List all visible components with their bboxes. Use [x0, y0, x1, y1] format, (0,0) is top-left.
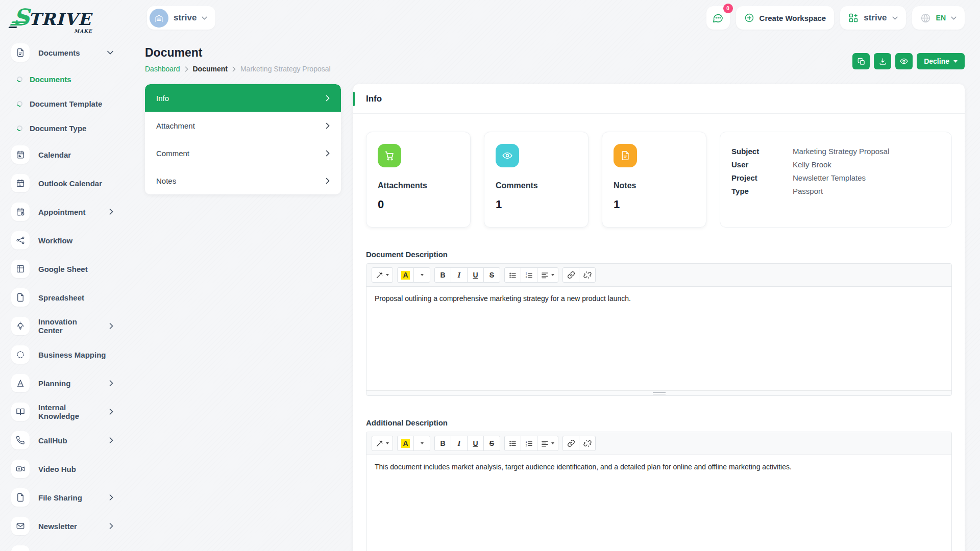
sidebar-item-file-sharing[interactable]: File Sharing	[11, 483, 122, 512]
tab-label: Info	[156, 94, 169, 103]
detail-label: User	[731, 158, 793, 171]
insert-link-button[interactable]	[562, 436, 579, 451]
tab-notes[interactable]: Notes	[145, 167, 341, 194]
decline-label: Decline	[924, 57, 949, 65]
italic-button[interactable]: I	[451, 267, 468, 283]
caret-down-icon	[421, 274, 424, 276]
eye-icon	[496, 144, 519, 167]
document-description-editor: A B I U S	[366, 263, 952, 396]
svg-text:1: 1	[526, 440, 527, 443]
organization-name: strive	[864, 13, 887, 23]
font-color-caret-button[interactable]	[413, 267, 430, 283]
sidebar-subitem-label: Document Template	[30, 99, 102, 108]
mail-icon	[11, 517, 30, 535]
sidebar-item-label: Workflow	[38, 236, 72, 245]
sidebar-item-google-sheet[interactable]: Google Sheet	[11, 255, 122, 283]
copy-button[interactable]	[852, 53, 870, 69]
document-description-input[interactable]: Proposal outlining a comprehensive marke…	[366, 287, 951, 390]
sidebar-item-appointment[interactable]: Appointment	[11, 197, 122, 226]
breadcrumb-dashboard[interactable]: Dashboard	[145, 65, 180, 73]
sidebar-item-video-hub[interactable]: Video Hub	[11, 455, 122, 483]
hidden-icon	[11, 545, 30, 551]
sidebar-item-callhub[interactable]: CallHub	[11, 426, 122, 455]
decline-dropdown-button[interactable]: Decline	[917, 53, 965, 69]
caret-down-icon	[386, 274, 389, 276]
chevron-right-icon	[326, 150, 330, 157]
chevron-right-icon	[109, 380, 113, 386]
style-dropdown-button[interactable]	[372, 436, 393, 451]
breadcrumb: Dashboard Document Marketing Strategy Pr…	[145, 65, 331, 73]
detail-label: Type	[731, 185, 793, 198]
detail-row-type: Type Passport	[731, 185, 940, 198]
sidebar-item-label: Outlook Calendar	[38, 179, 102, 188]
chevron-right-icon	[326, 178, 330, 184]
ordered-list-button[interactable]: 12	[521, 436, 537, 451]
sidebar-item-newsletter[interactable]: Newsletter	[11, 512, 122, 540]
strikethrough-button[interactable]: S	[483, 436, 500, 451]
unlink-button[interactable]	[579, 267, 596, 283]
breadcrumb-document[interactable]: Document	[193, 65, 228, 73]
link-icon	[567, 439, 575, 447]
unordered-list-button[interactable]	[504, 436, 521, 451]
ordered-list-button[interactable]: 12	[521, 267, 537, 283]
create-workspace-button[interactable]: Create Workspace	[736, 6, 835, 30]
editor-resize-handle[interactable]	[366, 390, 951, 395]
tab-info[interactable]: Info	[145, 84, 341, 112]
sidebar-item-internal-knowledge[interactable]: Internal Knowledge	[11, 397, 122, 426]
strikethrough-button[interactable]: S	[483, 267, 500, 283]
preview-button[interactable]	[895, 53, 913, 69]
font-color-button[interactable]: A	[397, 267, 414, 283]
sidebar-subitem-documents[interactable]: Documents	[11, 67, 122, 91]
sidebar-item-calendar[interactable]: Calendar	[11, 140, 122, 169]
workspace-name: strive	[174, 13, 197, 23]
grid-plus-icon	[848, 13, 859, 23]
sidebar-item-partial[interactable]	[11, 540, 122, 551]
sidebar-item-workflow[interactable]: Workflow	[11, 226, 122, 255]
sidebar-item-innovation-center[interactable]: Innovation Center	[11, 312, 122, 340]
sidebar-item-spreadsheet[interactable]: Spreadsheet	[11, 283, 122, 312]
chevron-right-icon	[109, 437, 113, 443]
language-selector[interactable]: EN	[912, 6, 965, 30]
document-details: Subject Marketing Strategy Proposal User…	[720, 132, 952, 228]
sidebar-subitem-document-template[interactable]: Document Template	[11, 91, 122, 116]
color-letter: A	[401, 271, 409, 280]
workspace-selector[interactable]: strive	[147, 6, 215, 30]
underline-button[interactable]: U	[467, 436, 484, 451]
bullet-list-icon	[509, 271, 517, 279]
stats-row: Attachments 0 Comments 1	[366, 132, 952, 228]
color-letter: A	[401, 439, 409, 448]
detail-label: Project	[731, 171, 793, 185]
additional-description-input[interactable]: This document includes market analysis, …	[366, 455, 951, 551]
unlink-button[interactable]	[579, 436, 596, 451]
unlink-icon	[583, 271, 592, 279]
sidebar-subitem-document-type[interactable]: Document Type	[11, 116, 122, 140]
sidebar-item-label: Calendar	[38, 151, 71, 159]
tab-comment[interactable]: Comment	[145, 139, 341, 167]
logo-cell: S TRIVE MAKE	[0, 0, 122, 36]
paragraph-align-button[interactable]	[537, 267, 558, 283]
download-button[interactable]	[874, 53, 891, 69]
caret-down-icon	[421, 442, 424, 444]
logo-tagline: MAKE	[74, 29, 92, 34]
unordered-list-button[interactable]	[504, 267, 521, 283]
sidebar-item-outlook-calendar[interactable]: Outlook Calendar	[11, 169, 122, 197]
sidebar-item-documents-group[interactable]: Documents	[11, 38, 122, 67]
italic-button[interactable]: I	[451, 436, 468, 451]
sidebar-item-label: Spreadsheet	[38, 293, 84, 302]
sidebar-item-business-mapping[interactable]: Business Mapping	[11, 340, 122, 369]
sidebar-item-planning[interactable]: Planning	[11, 369, 122, 397]
style-dropdown-button[interactable]	[372, 267, 393, 283]
additional-description-label: Additional Description	[366, 418, 952, 427]
chat-button[interactable]: 0	[706, 6, 730, 30]
font-color-caret-button[interactable]	[413, 436, 430, 451]
organization-dropdown[interactable]: strive	[840, 6, 905, 30]
bold-button[interactable]: B	[434, 267, 451, 283]
loader-ring-icon	[16, 124, 23, 132]
paragraph-align-button[interactable]	[537, 436, 558, 451]
font-color-button[interactable]: A	[397, 436, 414, 451]
underline-button[interactable]: U	[467, 267, 484, 283]
insert-link-button[interactable]	[562, 267, 579, 283]
bold-button[interactable]: B	[434, 436, 451, 451]
stat-label: Attachments	[378, 181, 459, 190]
tab-attachment[interactable]: Attachment	[145, 112, 341, 139]
